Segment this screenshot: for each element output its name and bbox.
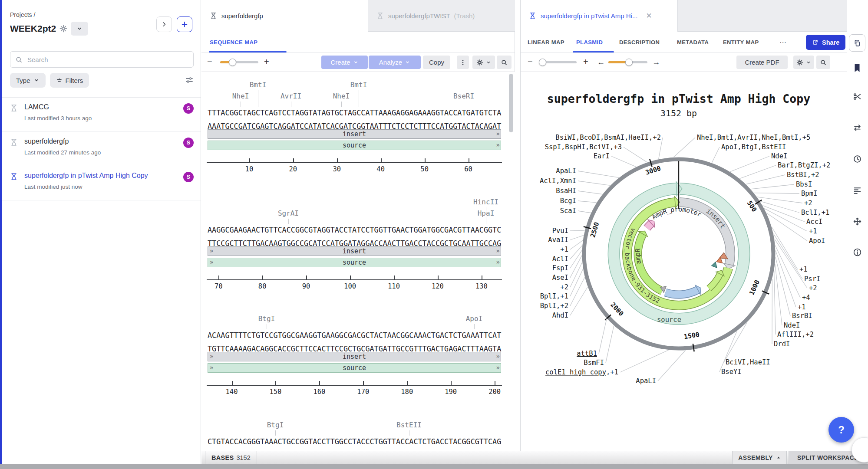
analyze-button[interactable]: Analyze bbox=[369, 56, 421, 69]
plasmid-enzyme-label[interactable]: BsmFI bbox=[584, 359, 604, 367]
plasmid-enzyme-label[interactable]: ApoI,BtgI,BstEII bbox=[721, 143, 786, 151]
plasmid-enzyme-label[interactable]: BsrBI bbox=[792, 312, 812, 320]
top-strand[interactable]: CTGTACCACGGGTAAACTGCCGGTACCTTGGCCTACCCTG… bbox=[208, 436, 501, 447]
search-input[interactable] bbox=[26, 56, 188, 64]
rotate-slider-knob[interactable] bbox=[625, 59, 633, 66]
rotate-right-icon[interactable]: → bbox=[652, 58, 660, 67]
zoom-in-button[interactable]: + bbox=[264, 57, 269, 66]
enzyme-site-label[interactable]: NheI bbox=[333, 92, 350, 100]
enzyme-site-label[interactable]: AvrII bbox=[281, 92, 301, 100]
plasmid-enzyme-label[interactable]: ApaLI bbox=[556, 167, 576, 175]
plasmid-enzyme-label[interactable]: +1 bbox=[798, 303, 806, 311]
insert-feature-bar[interactable]: insert» bbox=[208, 129, 501, 139]
tab-linear-map[interactable]: LINEAR MAP bbox=[528, 32, 564, 53]
insert-feature-bar[interactable]: insert»» bbox=[208, 246, 501, 256]
plasmid-enzyme-label[interactable]: EarI bbox=[594, 152, 610, 160]
plasmid-enzyme-label[interactable]: BciVI,HaeII bbox=[726, 358, 770, 366]
tab-superfoldergfp-in-ptwist[interactable]: superfoldergfp in pTwist Amp Hi... ✕ bbox=[521, 0, 678, 32]
list-item-lamcg[interactable]: LAMCG Last modified 3 hours ago S bbox=[2, 98, 201, 132]
plasmid-enzyme-label[interactable]: AflIII,+2 bbox=[777, 331, 814, 338]
plasmid-enzyme-label[interactable]: DrdI bbox=[774, 340, 790, 348]
view-settings-icon[interactable] bbox=[185, 76, 194, 85]
list-item-superfoldergfp[interactable]: superfoldergfp Last modified 27 minutes … bbox=[2, 132, 201, 166]
plasmid-enzyme-label[interactable]: BstBI,+2 bbox=[787, 171, 819, 179]
plasmid-enzyme-label[interactable]: SspI,BspHI,BciVI,+3 bbox=[545, 143, 622, 151]
sequence-scrollbar[interactable] bbox=[509, 74, 513, 132]
settings-button[interactable] bbox=[472, 56, 495, 69]
gear-icon[interactable] bbox=[59, 25, 67, 33]
plasmid-enzyme-label[interactable]: BclI,+1 bbox=[801, 209, 829, 216]
plasmid-enzyme-label[interactable]: +1 bbox=[809, 227, 817, 235]
collapse-sidebar-button[interactable] bbox=[156, 16, 172, 32]
zoom-out-button[interactable]: − bbox=[528, 57, 533, 66]
enzyme-site-label[interactable]: ApoI bbox=[466, 315, 483, 323]
source-feature-bar[interactable]: source»» bbox=[208, 258, 501, 267]
sequence-map-view[interactable]: BmtIBmtINheIAvrIINheIBseRITTTACGGCTAGCTC… bbox=[201, 72, 515, 451]
more-options-kebab-button[interactable] bbox=[457, 56, 469, 69]
enzyme-site-label[interactable]: BmtI bbox=[350, 81, 367, 89]
enzyme-site-label[interactable]: HincII bbox=[473, 198, 498, 206]
plasmid-enzyme-label[interactable]: BsiWI,BcoDI,BsmAI,HaeII,+2 bbox=[555, 134, 661, 141]
plasmid-enzyme-label[interactable]: PvuI bbox=[552, 227, 568, 235]
plasmid-enzyme-label[interactable]: BseYI bbox=[721, 368, 742, 376]
plasmid-enzyme-label[interactable]: AhdI bbox=[552, 312, 568, 319]
plasmid-enzyme-label[interactable]: +2 bbox=[804, 199, 812, 207]
plasmid-enzyme-label[interactable]: BplI,+2 bbox=[540, 302, 568, 310]
create-button[interactable]: Create bbox=[321, 56, 368, 69]
plasmid-enzyme-label[interactable]: AseI bbox=[552, 274, 568, 282]
copy-button[interactable]: Copy bbox=[423, 56, 450, 69]
plasmid-enzyme-label[interactable]: +2 bbox=[809, 284, 817, 292]
plasmid-enzyme-label[interactable]: AclI bbox=[552, 255, 568, 263]
bases-count[interactable]: BASES 3152 bbox=[205, 451, 257, 464]
enzyme-site-label[interactable]: BseRI bbox=[453, 92, 474, 100]
plasmid-enzyme-label[interactable]: BpmI bbox=[801, 190, 817, 197]
alignment-list-icon[interactable] bbox=[853, 186, 862, 195]
plasmid-enzyme-label[interactable]: BsaHI bbox=[556, 187, 576, 195]
plasmid-enzyme-label[interactable]: +4 bbox=[802, 294, 810, 302]
settings-button[interactable] bbox=[793, 56, 814, 69]
plasmid-map-view[interactable]: superfoldergfp in pTwist Amp High Copy31… bbox=[521, 72, 847, 451]
help-button[interactable]: ? bbox=[828, 417, 854, 443]
plasmid-enzyme-label[interactable]: ApaLI bbox=[636, 377, 656, 385]
top-strand[interactable]: TTTACGGCTAGCTCAGTCCTAGGTATAGTGCTAGCCATTA… bbox=[208, 108, 501, 118]
plasmid-enzyme-label[interactable]: AvaII bbox=[548, 236, 568, 244]
plasmid-enzyme-label[interactable]: +2 bbox=[560, 283, 568, 291]
create-pdf-button[interactable]: Create PDF bbox=[736, 56, 788, 69]
plasmid-enzyme-label[interactable]: NdeI bbox=[771, 152, 787, 160]
plasmid-enzyme-label[interactable]: attB1 bbox=[577, 350, 597, 357]
tab-description[interactable]: DESCRIPTION bbox=[619, 32, 660, 53]
zoom-slider[interactable] bbox=[220, 61, 258, 63]
zoom-slider-knob[interactable] bbox=[539, 59, 546, 66]
project-menu-button[interactable] bbox=[71, 22, 88, 36]
more-tabs-icon[interactable]: ⋯ bbox=[779, 32, 787, 53]
plasmid-enzyme-label[interactable]: ScaI bbox=[560, 207, 576, 215]
plasmid-enzyme-label[interactable]: colE1_high_copy,+1 bbox=[545, 368, 618, 376]
source-feature-bar[interactable]: source» bbox=[208, 141, 501, 150]
tab-plasmid[interactable]: PLASMID bbox=[576, 32, 603, 53]
source-feature-bar[interactable]: source»» bbox=[208, 363, 501, 373]
plasmid-enzyme-label[interactable]: ApoI bbox=[809, 237, 825, 245]
top-strand[interactable]: ACAAGTTTTCTGTCCGTGGCGAAGGTGAAGGCGACGCTAC… bbox=[208, 330, 501, 341]
breadcrumb[interactable]: Projects / bbox=[10, 11, 35, 18]
copy-link-button[interactable] bbox=[849, 34, 865, 52]
info-icon[interactable] bbox=[853, 248, 862, 257]
enzyme-site-label[interactable]: BstEII bbox=[396, 421, 422, 429]
enzyme-site-label[interactable]: HpaI bbox=[478, 209, 495, 217]
filters-button[interactable]: Filters bbox=[50, 73, 89, 88]
plasmid-enzyme-label[interactable]: FspI bbox=[552, 264, 568, 272]
plasmid-enzyme-label[interactable]: AclI,XmnI bbox=[540, 177, 576, 185]
rotate-left-icon[interactable]: ← bbox=[597, 58, 605, 67]
share-button[interactable]: Share bbox=[806, 35, 845, 50]
plasmid-enzyme-label[interactable]: AccI bbox=[806, 218, 822, 226]
plasmid-enzyme-label[interactable]: NdeI bbox=[784, 321, 800, 329]
tab-superfoldergfptwist-trash[interactable]: superfoldergfpTWIST (Trash) bbox=[368, 0, 515, 32]
plasmid-enzyme-label[interactable]: +1 bbox=[560, 246, 568, 253]
tab-entity-map[interactable]: ENTITY MAP bbox=[723, 32, 759, 53]
tab-sequence-map[interactable]: SEQUENCE MAP bbox=[210, 32, 257, 53]
feature-arc-AmpR_promoter[interactable] bbox=[647, 223, 651, 228]
enzyme-site-label[interactable]: NheI bbox=[232, 92, 249, 100]
move-pan-icon[interactable] bbox=[853, 217, 862, 226]
zoom-in-button[interactable]: + bbox=[583, 57, 588, 66]
zoom-out-button[interactable]: − bbox=[207, 57, 212, 66]
enzyme-site-label[interactable]: BtgI bbox=[267, 421, 284, 429]
